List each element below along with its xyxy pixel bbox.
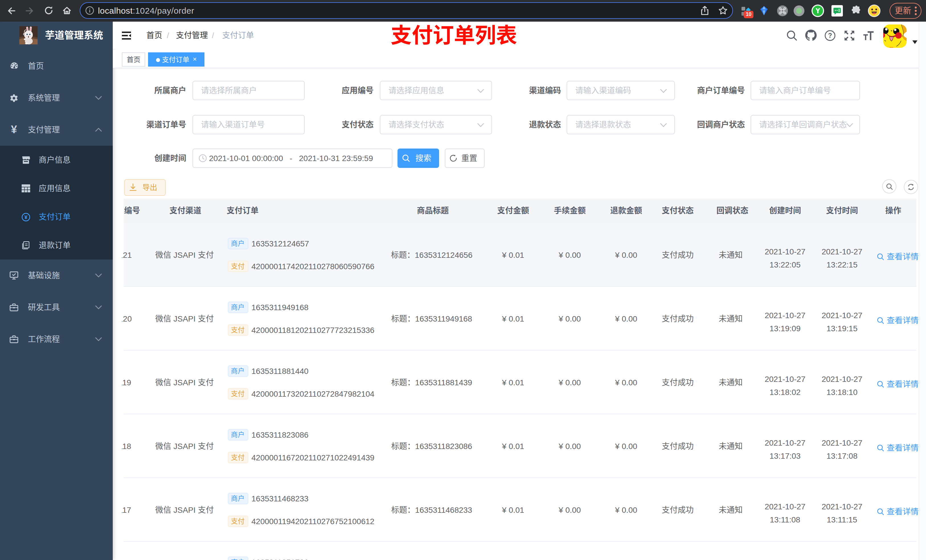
svg-text:?: ? bbox=[828, 32, 832, 39]
